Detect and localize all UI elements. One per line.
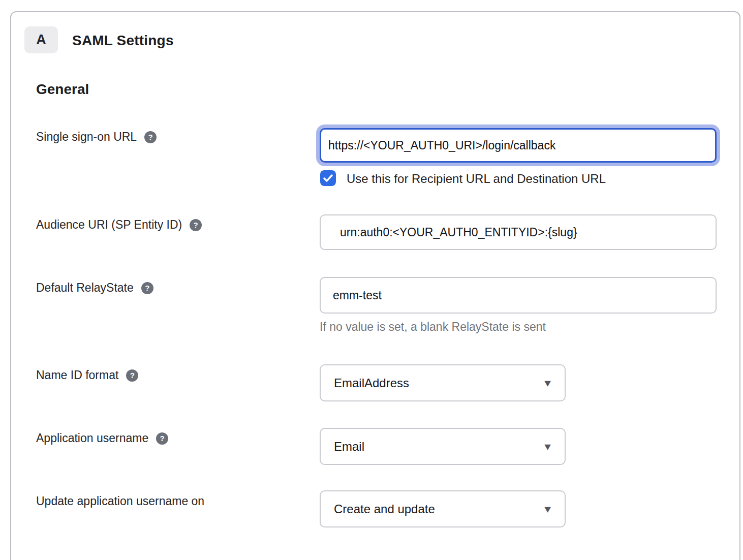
app-username-value: Email bbox=[334, 440, 545, 454]
update-username-value: Create and update bbox=[334, 502, 545, 516]
app-username-select[interactable]: Email ▾ bbox=[320, 428, 566, 465]
help-icon[interactable]: ? bbox=[141, 282, 153, 294]
relay-state-field-wrap bbox=[320, 277, 717, 314]
chevron-down-icon: ▾ bbox=[544, 441, 551, 452]
relay-state-hint: If no value is set, a blank RelayState i… bbox=[320, 320, 546, 334]
relay-state-label-text: Default RelayState bbox=[36, 281, 134, 295]
page-title: SAML Settings bbox=[72, 33, 174, 49]
audience-uri-input[interactable] bbox=[320, 214, 717, 250]
audience-uri-label: Audience URI (SP Entity ID) ? bbox=[36, 218, 202, 232]
audience-uri-field-wrap bbox=[320, 214, 717, 250]
update-username-select[interactable]: Create and update ▾ bbox=[320, 490, 566, 527]
section-badge: A bbox=[24, 26, 58, 53]
name-id-format-select[interactable]: EmailAddress ▾ bbox=[320, 364, 566, 401]
recipient-url-checkbox-label: Use this for Recipient URL and Destinati… bbox=[347, 171, 606, 186]
app-username-label: Application username ? bbox=[36, 431, 168, 445]
name-id-format-label: Name ID format ? bbox=[36, 368, 138, 382]
section-badge-letter: A bbox=[36, 32, 46, 48]
saml-settings-card: A SAML Settings General Single sign-on U… bbox=[10, 11, 740, 560]
name-id-format-label-text: Name ID format bbox=[36, 368, 118, 382]
chevron-down-icon: ▾ bbox=[544, 504, 551, 515]
audience-uri-label-text: Audience URI (SP Entity ID) bbox=[36, 218, 182, 232]
recipient-url-checkbox[interactable] bbox=[320, 170, 336, 186]
sso-url-label-text: Single sign-on URL bbox=[36, 130, 137, 144]
sso-url-input[interactable] bbox=[320, 128, 717, 163]
sso-url-field-wrap bbox=[320, 128, 717, 163]
general-heading: General bbox=[36, 81, 89, 98]
checkmark-icon bbox=[323, 174, 333, 182]
help-icon[interactable]: ? bbox=[190, 219, 202, 231]
relay-state-input[interactable] bbox=[320, 277, 717, 314]
help-icon[interactable]: ? bbox=[156, 432, 168, 445]
relay-state-label: Default RelayState ? bbox=[36, 281, 153, 295]
help-icon[interactable]: ? bbox=[126, 369, 138, 382]
help-icon[interactable]: ? bbox=[144, 131, 157, 143]
update-username-label: Update application username on bbox=[36, 494, 204, 508]
chevron-down-icon: ▾ bbox=[544, 378, 551, 389]
sso-url-label: Single sign-on URL ? bbox=[36, 130, 157, 144]
update-username-label-text: Update application username on bbox=[36, 494, 204, 508]
app-username-label-text: Application username bbox=[36, 431, 148, 445]
name-id-format-value: EmailAddress bbox=[334, 376, 545, 390]
